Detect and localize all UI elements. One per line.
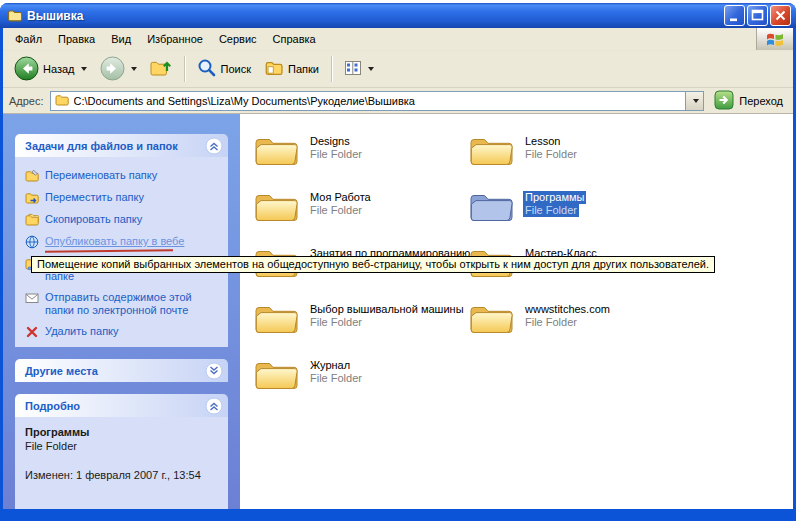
details-title: Подробно (25, 400, 80, 412)
window-title: Вышивка (27, 9, 724, 23)
forward-button[interactable] (95, 54, 142, 85)
file-labels: Выбор вышивальной машиныFile Folder (308, 302, 466, 329)
address-label: Адрес: (9, 95, 44, 107)
go-arrow-icon (714, 90, 734, 112)
file-tile[interactable]: Мастер-КлассFile Folder (469, 246, 677, 302)
file-labels: ЖурналFile Folder (308, 358, 364, 385)
chevron-up-icon[interactable] (205, 137, 223, 155)
file-type: File Folder (523, 204, 579, 217)
file-tile[interactable]: Моя РаботаFile Folder (254, 190, 462, 246)
file-tile[interactable]: wwwstitches.comFile Folder (469, 302, 677, 358)
file-type: File Folder (308, 204, 364, 217)
file-labels: Моя РаботаFile Folder (308, 190, 373, 217)
section-other-places: Другие места (15, 359, 228, 382)
task-rename-folder[interactable]: Переименовать папку (25, 165, 218, 187)
window-controls (724, 5, 791, 26)
menu-edit[interactable]: Правка (50, 30, 103, 48)
file-tile[interactable]: ПрограммыFile Folder (469, 190, 677, 246)
menu-view[interactable]: Вид (103, 30, 139, 48)
menu-tools[interactable]: Сервис (211, 30, 265, 48)
folder-up-icon (150, 58, 172, 80)
task-email-folder[interactable]: Отправить содержимое этой папки по элект… (25, 287, 218, 321)
menu-help[interactable]: Справка (265, 30, 324, 48)
views-icon (344, 59, 362, 79)
forward-dropdown-caret[interactable] (131, 67, 137, 71)
folder-icon (469, 134, 514, 169)
file-labels: LessonFile Folder (523, 134, 579, 161)
folder-icon (469, 302, 514, 337)
folders-button[interactable]: Папки (259, 57, 324, 81)
up-button[interactable] (145, 56, 177, 82)
details-name: Программы (25, 425, 218, 439)
move-folder-icon (25, 191, 39, 205)
file-type: File Folder (523, 148, 579, 161)
task-publish-folder[interactable]: Опубликовать папку в вебе (25, 231, 218, 253)
views-button[interactable] (339, 57, 379, 81)
file-tasks-list: Переименовать папкуПереместить папкуСкоп… (15, 157, 228, 347)
forward-icon (100, 56, 125, 83)
folders-icon (264, 59, 284, 79)
file-name: Программы (523, 191, 586, 204)
rename-folder-icon (25, 169, 39, 183)
file-type: File Folder (308, 148, 364, 161)
file-list: DesignsFile FolderLessonFile FolderМоя Р… (240, 114, 793, 509)
task-move-folder-label[interactable]: Переместить папку (45, 191, 144, 204)
minimize-button[interactable] (724, 5, 745, 26)
menu-file[interactable]: Файл (7, 30, 50, 48)
back-button[interactable]: Назад (9, 54, 92, 85)
file-tile[interactable]: Выбор вышивальной машиныFile Folder (254, 302, 462, 358)
file-tile[interactable]: LessonFile Folder (469, 134, 677, 190)
file-tile[interactable]: DesignsFile Folder (254, 134, 462, 190)
chevron-down-icon[interactable] (205, 362, 223, 380)
task-rename-folder-label[interactable]: Переименовать папку (45, 169, 157, 182)
close-button[interactable] (770, 5, 791, 26)
folder-icon (254, 358, 299, 393)
folder-icon (254, 190, 299, 225)
section-file-tasks: Задачи для файлов и папок Переименовать … (15, 134, 228, 347)
file-tile[interactable]: ЖурналFile Folder (254, 358, 462, 414)
toolbar: Назад Поиск Папки (3, 51, 793, 88)
menu-items: ФайлПравкаВидИзбранноеСервисСправка (3, 28, 324, 50)
details-body: Программы File Folder Изменен: 1 февраля… (15, 417, 228, 509)
task-email-folder-label[interactable]: Отправить содержимое этой папки по элект… (45, 291, 218, 317)
windows-logo (756, 28, 793, 50)
menu-favorites[interactable]: Избранное (139, 30, 211, 48)
task-delete-folder-label[interactable]: Удалить папку (45, 325, 119, 338)
tooltip: Помещение копий выбранных элементов на о… (31, 256, 715, 273)
file-tasks-header[interactable]: Задачи для файлов и папок (15, 134, 228, 157)
views-dropdown-caret[interactable] (368, 67, 374, 71)
other-places-header[interactable]: Другие места (15, 359, 228, 382)
address-folder-icon (54, 93, 70, 109)
search-button[interactable]: Поиск (192, 56, 256, 82)
task-delete-folder[interactable]: Удалить папку (25, 321, 218, 343)
folder-icon-selected (469, 190, 514, 225)
file-type: File Folder (308, 372, 364, 385)
address-input[interactable]: C:\Documents and Settings\Liza\My Docume… (50, 91, 705, 111)
details-modified: Изменен: 1 февраля 2007 г., 13:54 (25, 468, 218, 482)
go-button[interactable]: Переход (710, 90, 787, 112)
file-name: Журнал (308, 359, 352, 372)
address-dropdown-button[interactable] (685, 92, 703, 110)
other-places-title: Другие места (25, 365, 98, 377)
back-dropdown-caret[interactable] (81, 67, 87, 71)
details-header[interactable]: Подробно (15, 394, 228, 417)
titlebar: Вышивка (0, 3, 796, 28)
task-copy-folder-label[interactable]: Скопировать папку (45, 213, 142, 226)
task-publish-folder-label[interactable]: Опубликовать папку в вебе (45, 235, 184, 248)
details-type: File Folder (25, 439, 218, 453)
search-icon (197, 58, 217, 80)
file-name: Выбор вышивальной машины (308, 303, 466, 316)
task-move-folder[interactable]: Переместить папку (25, 187, 218, 209)
section-details: Подробно Программы File Folder Изменен: … (15, 394, 228, 509)
task-copy-folder[interactable]: Скопировать папку (25, 209, 218, 231)
delete-folder-icon (25, 325, 39, 339)
file-tile[interactable]: Занятия по программированиюFile Folder (254, 246, 462, 302)
file-type: File Folder (523, 316, 579, 329)
chevron-up-icon[interactable] (205, 397, 223, 415)
toolbar-separator (184, 56, 185, 82)
go-label: Переход (739, 95, 783, 107)
maximize-button[interactable] (747, 5, 768, 26)
back-label: Назад (43, 63, 75, 75)
file-name: Lesson (523, 135, 562, 148)
email-folder-icon (25, 291, 39, 305)
